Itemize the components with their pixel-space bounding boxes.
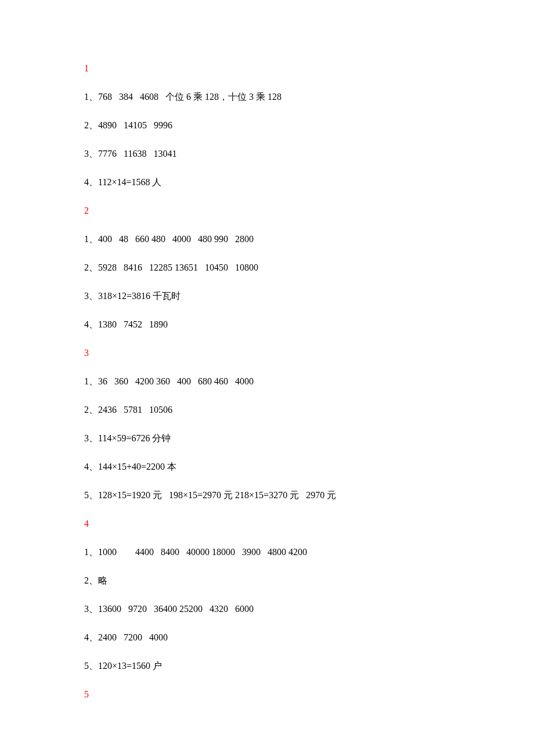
answer-line: 3、318×12=3816 千瓦时	[84, 291, 450, 301]
answer-line: 5、128×15=1920 元 198×15=2970 元 218×15=327…	[84, 491, 450, 500]
answer-line: 1、36 360 4200 360 400 680 460 4000	[84, 377, 450, 386]
answer-line: 3、114×59=6726 分钟	[84, 434, 450, 443]
section-header: 4	[84, 519, 450, 528]
answer-line: 3、7776 11638 13041	[84, 149, 450, 159]
answer-line: 1、400 48 660 480 4000 480 990 2800	[84, 235, 450, 244]
answer-line: 5、120×13=1560 户	[84, 661, 450, 671]
answer-line: 2、略	[84, 576, 450, 585]
section-header: 1	[84, 64, 450, 73]
answer-line: 4、144×15+40=2200 本	[84, 462, 450, 471]
section-header: 2	[84, 206, 450, 215]
answer-line: 4、1380 7452 1890	[84, 320, 450, 329]
answer-line: 4、2400 7200 4000	[84, 633, 450, 642]
answer-line: 3、13600 9720 36400 25200 4320 6000	[84, 604, 450, 614]
document-page: 1 1、768 384 4608 个位 6 乘 128，十位 3 乘 128 2…	[0, 0, 534, 753]
section-header: 3	[84, 348, 450, 358]
answer-line: 2、4890 14105 9996	[84, 121, 450, 130]
answer-line: 1、768 384 4608 个位 6 乘 128，十位 3 乘 128	[84, 92, 450, 102]
answer-line: 1、1000 4400 8400 40000 18000 3900 4800 4…	[84, 548, 450, 557]
answer-line: 2、2436 5781 10506	[84, 405, 450, 415]
answer-line: 2、5928 8416 12285 13651 10450 10800	[84, 263, 450, 272]
section-header: 5	[84, 690, 450, 699]
answer-line: 4、112×14=1568 人	[84, 178, 450, 187]
